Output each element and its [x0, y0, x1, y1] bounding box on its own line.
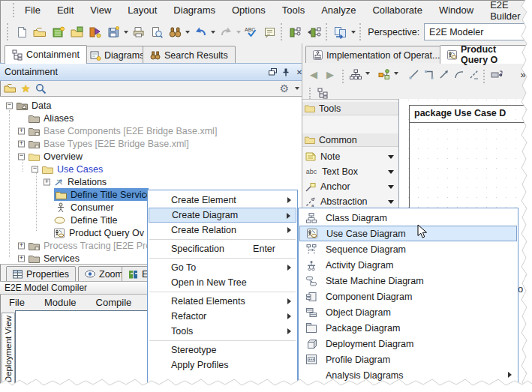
settings-dropdown[interactable] [293, 79, 301, 97]
redo-button[interactable] [217, 22, 235, 42]
save-button[interactable] [104, 22, 122, 42]
expand-caret-icon[interactable] [388, 170, 394, 174]
menu-item-refactor[interactable]: Refactor [149, 309, 296, 324]
toolbar-overflow-icon[interactable] [513, 64, 532, 84]
menu-item-create-relation[interactable]: Create Relation [149, 223, 296, 238]
palette-item-anchor[interactable]: Anchor [302, 179, 398, 194]
expand-toggle[interactable] [18, 127, 25, 134]
menu-collaborate[interactable]: Collaborate [364, 4, 431, 16]
pin-icon[interactable] [279, 66, 293, 78]
menu-file[interactable]: File [17, 4, 49, 16]
print-preview-button[interactable] [148, 22, 166, 42]
menu-view[interactable]: View [82, 4, 119, 16]
save-dropdown[interactable] [122, 23, 129, 41]
palette-item-note[interactable]: Note [302, 149, 398, 164]
tree-item[interactable]: Use Cases [0, 163, 302, 175]
menu-item-go-to[interactable]: Go To [149, 260, 296, 275]
menu-item-open-in-new-tree[interactable]: Open in New Tree [149, 275, 296, 290]
line-style-dashed-icon[interactable] [464, 64, 484, 84]
module-import-button[interactable] [305, 22, 323, 42]
expand-caret-icon[interactable] [388, 155, 394, 159]
collapse-toggle[interactable] [32, 166, 38, 172]
toolbar-grip[interactable] [281, 23, 284, 40]
redo-dropdown[interactable] [235, 23, 242, 41]
submenu-item-analysis-diagrams[interactable]: Analysis Diagrams [299, 367, 517, 383]
menu-e2e-builder[interactable]: E2E Builder [482, 0, 528, 22]
expand-toggle[interactable] [18, 242, 25, 249]
collapse-toggle[interactable] [18, 153, 25, 160]
add-related-dropdown[interactable] [392, 64, 400, 82]
new-model-button[interactable] [50, 22, 68, 42]
menu-window[interactable]: Window [431, 4, 482, 16]
toolbar-grip[interactable] [13, 3, 14, 17]
submenu-item-use-case-diagram[interactable]: Use Case Diagram [299, 226, 517, 241]
tab-product-query[interactable]: Product Query O [440, 45, 532, 64]
tab-properties[interactable]: Properties [6, 266, 76, 282]
undo-dropdown[interactable] [210, 23, 217, 41]
tree-item[interactable]: Base Components [E2E Bridge Base.xml] [0, 124, 302, 137]
compiler-menu-file[interactable]: File [9, 297, 25, 308]
tab-search-results[interactable]: Search Results [143, 46, 236, 64]
forward-icon[interactable] [320, 64, 340, 84]
menu-help[interactable]: Help [529, 4, 532, 16]
tab-diagrams[interactable]: Diagrams [83, 46, 152, 64]
compiler-menu-compile[interactable]: Compile [96, 297, 132, 308]
menu-item-apply-profiles[interactable]: Apply Profiles [149, 358, 296, 373]
menu-edit[interactable]: Edit [49, 4, 82, 16]
menu-item-create-element[interactable]: Create Element [149, 193, 296, 208]
palette-item-abstraction[interactable]: a Abstraction [302, 194, 398, 209]
find-button[interactable] [166, 22, 184, 42]
open-element-icon[interactable] [4, 83, 17, 93]
import-model-button[interactable] [68, 22, 86, 42]
add-related-icon[interactable] [374, 64, 394, 84]
menu-item-stereotype[interactable]: Stereotype [149, 343, 296, 358]
submenu-item-profile-diagram[interactable]: Profile Diagram [299, 352, 517, 367]
submenu-item-activity-diagram[interactable]: Activity Diagram [299, 257, 517, 273]
perspective-combobox[interactable]: E2E Modeler [424, 23, 532, 40]
palette-section-tools[interactable]: Tools [302, 102, 398, 115]
new-project-button[interactable] [13, 22, 31, 42]
palette-item-text-box[interactable]: abc Text Box [302, 164, 398, 179]
collapse-toggle[interactable] [6, 102, 13, 109]
palette-section-common[interactable]: Common [302, 133, 398, 147]
expand-caret-icon[interactable] [388, 185, 394, 189]
submenu-item-class-diagram[interactable]: Class Diagram [299, 210, 517, 226]
composer-module-button[interactable] [287, 22, 305, 42]
undo-button[interactable] [191, 22, 209, 42]
submenu-item-object-diagram[interactable]: Object Diagram [299, 304, 517, 320]
submenu-item-state-machine-diagram[interactable]: State Machine Diagram [299, 273, 517, 289]
show-parents-icon[interactable] [487, 64, 506, 84]
float-window-icon[interactable] [266, 66, 279, 78]
settings-gear-icon[interactable] [279, 82, 289, 95]
menu-diagrams[interactable]: Diagrams [165, 4, 224, 16]
tab-implementation-of-operation[interactable]: Implementation of Operat... [305, 46, 447, 64]
menu-analyze[interactable]: Analyze [313, 4, 364, 16]
tree-item[interactable]: Aliases [0, 112, 302, 124]
tree-item[interactable]: Overview [0, 150, 302, 163]
tree-item[interactable]: Relations [0, 175, 302, 188]
submenu-item-sequence-diagram[interactable]: Sequence Diagram [299, 241, 517, 257]
expand-caret-icon[interactable] [388, 200, 394, 204]
layout-icon[interactable] [346, 64, 365, 84]
menu-tools[interactable]: Tools [274, 4, 313, 16]
submenu-item-deployment-diagram[interactable]: Deployment Diagram [299, 336, 517, 352]
tab-deployment-view[interactable]: Deployment View [2, 313, 15, 385]
menu-options[interactable]: Options [224, 4, 274, 16]
tree-item[interactable]: Data [0, 99, 302, 112]
tree-item[interactable]: Base Types [E2E Bridge Base.xml] [0, 137, 302, 150]
menu-item-related-elements[interactable]: Related Elements [149, 294, 296, 309]
expand-toggle[interactable] [18, 255, 25, 262]
spelling-button[interactable]: ABC [242, 22, 260, 42]
menu-item-create-diagram[interactable]: Create Diagram [149, 208, 296, 223]
menu-item-tools[interactable]: Tools [149, 324, 296, 339]
print-button[interactable] [130, 22, 148, 42]
project-options-button[interactable] [86, 22, 104, 42]
submenu-item-component-diagram[interactable]: Component Diagram [299, 289, 517, 304]
expand-toggle[interactable] [18, 140, 25, 147]
transfer-dropdown[interactable] [350, 23, 356, 41]
toolbar-grip[interactable] [7, 23, 11, 40]
comment-button[interactable] [260, 22, 278, 42]
favorites-icon[interactable] [21, 82, 31, 95]
compiler-menu-module[interactable]: Module [44, 297, 77, 308]
transfer-project-button[interactable] [332, 22, 350, 42]
